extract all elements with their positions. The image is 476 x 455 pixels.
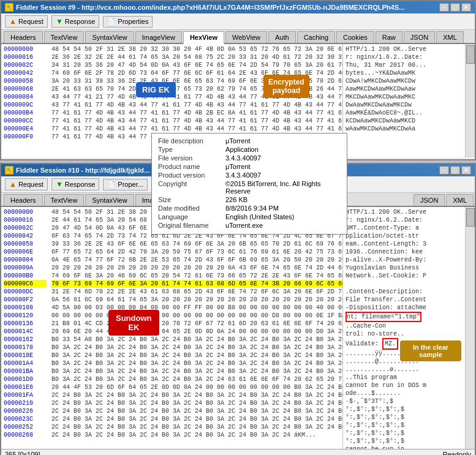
ascii-line: ode....$....... [346, 389, 463, 397]
tab-raw-1[interactable]: Raw [376, 31, 402, 43]
minimize-btn-1[interactable]: ─ [439, 3, 449, 12]
properties-icon-2: 📄 [107, 181, 116, 189]
maximize-btn-1[interactable]: □ [450, 3, 460, 12]
tab-cookies-1[interactable]: Cookies [336, 31, 374, 43]
hex-line: 000001BAB0 3A 2C 24 B0 3A 2C 24 B0 3A 2C… [4, 367, 340, 375]
status-bar: 265 [0x109] Readonly [1, 449, 475, 455]
ascii-line: ........ÿÿ..... [346, 350, 463, 358]
scrollbar-thumb-1[interactable] [466, 45, 475, 64]
tab-auth-1[interactable]: Auth [268, 31, 296, 43]
hex-line: 000001A4B0 3A 2C 24 B0 3A 2C 24 B0 3A 2C… [4, 359, 340, 367]
ascii-line: ........@........... [346, 358, 463, 366]
properties-label-1: Properties [118, 18, 148, 25]
tab-syntaxview-1[interactable]: SyntaxView [85, 31, 134, 43]
ascii-line: HTTP/1.1 200 OK..Serve [346, 208, 463, 216]
tab-xml-1[interactable]: XML [436, 31, 464, 43]
hex-content-2: 0000000048 54 54 50 2F 31 2E 38 20 32 30… [1, 207, 475, 449]
title-bar-2: 🔧 Fiddler Session #10 - http://fdjgdlkfj… [1, 164, 475, 176]
hex-line: 000000E477 41 61 77 4D 4B 43 44 77 41 61… [4, 125, 340, 133]
hex-line: 000000840A 4E 65 74 77 6F 72 6B 2E 2E 53… [4, 256, 340, 264]
ascii-line: Thu, 31 Mar 2017 00... [346, 61, 463, 69]
hex-line: 000000B477 41 61 77 4D 4B 43 44 77 41 61… [4, 109, 340, 117]
tab-imageview-2[interactable]: ImageVie... [135, 194, 183, 206]
properties-label-2: Proper... [118, 181, 143, 188]
tab-headers-2[interactable]: Headers [4, 194, 43, 206]
hex-line: 000002102C 24 B0 3A 2C 24 B0 3A 2C 24 B0… [4, 399, 340, 407]
window-title-1: Fiddler Session #9 - http://vcx.mhooo.co… [16, 4, 404, 11]
upload-icon-2: ▲ [9, 180, 17, 189]
tab-caching-1[interactable]: Caching [297, 31, 335, 43]
tab-json-2[interactable]: JSON [414, 194, 445, 206]
request-btn-2[interactable]: ▲ Request [5, 178, 48, 190]
request-label-2: Request [18, 181, 43, 188]
ascii-line: Network..Set-Cookie: P [346, 272, 463, 280]
hex-line: 000000B074 69 6F 6E 3A 20 46 69 6C 65 20… [4, 272, 340, 280]
hex-bytes-area-2: 0000000048 54 54 50 2F 31 2E 38 20 32 30… [1, 207, 342, 449]
ascii-line: DwAawMKCDwAawMKCDw [346, 101, 463, 109]
win-controls-1[interactable]: ─ □ ✕ [439, 3, 471, 12]
ascii-line: ·$·,ˆ$°3T°:,$ [346, 397, 463, 405]
properties-icon-1: 📄 [107, 18, 116, 26]
status-mode: Readonly [443, 451, 471, 455]
ascii-line: MKCDwAawMKCDwAawMKC [346, 93, 463, 101]
ascii-line: ..Cache-Con [346, 322, 463, 330]
ascii-line: 1936..Connection: kee [346, 248, 463, 256]
hex-content-1: 0000000048 54 54 50 2F 31 2E 38 20 32 30… [1, 44, 475, 157]
ascii-line: Yugoslavian Business [346, 264, 463, 272]
tab-hexview-2[interactable]: HexView [184, 194, 225, 207]
ascii-line: r: nginx/1.6.2..Date: [346, 53, 463, 61]
tab-syntaxview-2[interactable]: SyntaxView [85, 194, 134, 206]
ascii-line: wAawMKCDwAawMKCDwAa [346, 125, 463, 133]
response-label-1: Response [65, 18, 96, 25]
scrollbar-1[interactable] [465, 44, 475, 157]
win-controls-2[interactable]: ─ □ ✕ [439, 166, 471, 175]
tab-xml-2[interactable]: XML [446, 194, 474, 206]
response-label-2: Response [65, 181, 96, 188]
hex-line: 000000682E 41 63 63 65 70 74 2D 52 61 6E… [4, 85, 340, 93]
scrollbar-thumb-2[interactable] [466, 208, 475, 227]
tabs-2: Headers TextView SyntaxView ImageVie... … [1, 193, 475, 207]
hex-line: 00000178B0 3A 2C 24 B0 3A 2C 24 B0 3A 2C… [4, 344, 340, 352]
ascii-line: KCDwAawMKCDwAawMKCD [346, 117, 463, 125]
ascii-line: -Disposition: attachme [346, 304, 463, 312]
response-btn-1[interactable]: ▼ Response [51, 15, 99, 28]
hex-line: 0000002C34 31 20 35 36 20 47 4D 54 0D 0A… [4, 61, 340, 69]
scrollbar-2[interactable] [465, 207, 475, 449]
tab-json-1[interactable]: JSON [404, 31, 435, 43]
response-btn-2[interactable]: ▼ Response [51, 178, 99, 190]
tab-textview-2[interactable]: TextView [44, 194, 85, 206]
properties-btn-2[interactable]: 📄 Proper... [103, 179, 148, 190]
hex-line: 000000162E 44 61 74 65 3A 20 54 68 75 2C… [4, 216, 340, 224]
toolbar-2: ▲ Request ▼ Response 📄 Proper... [1, 176, 475, 193]
minimize-btn-2[interactable]: ─ [439, 166, 449, 175]
ascii-line: Validate: MZ. [346, 338, 463, 350]
tab-textview-1[interactable]: TextView [44, 31, 85, 43]
maximize-btn-2[interactable]: □ [450, 166, 460, 175]
close-btn-2[interactable]: ✕ [461, 166, 471, 175]
status-position: 265 [0x109] [5, 451, 40, 455]
hex-line: 0000002C20 47 4D 54 0D 0A 43 6F 6E 74 65… [4, 224, 340, 232]
hex-line: 000000F20A 56 61 6C 69 64 61 74 65 3A 20… [4, 296, 340, 304]
hex-bytes-area-1: 0000000048 54 54 50 2F 31 2E 38 20 32 30… [1, 44, 342, 157]
ascii-line [346, 280, 463, 288]
hex-line: 0000018EB0 3A 2C 24 B0 3A 2C 24 B0 3A 2C… [4, 352, 340, 359]
hex-line: 000000C670 6F 73 69 74 69 6F 6E 3A 20 61… [4, 280, 340, 288]
tab-hexview-1[interactable]: HexView [183, 31, 224, 44]
ascii-area-2: HTTP/1.1 200 OK..Serve r: nginx/1.6.2..D… [342, 207, 465, 449]
hex-line: 0000012000 00 00 00 00 00 00 00 00 00 00… [4, 312, 340, 320]
ascii-line: HTTP/1.1 200 OK..Serve [346, 45, 463, 53]
hex-line: 0000000048 54 54 50 2F 31 2E 38 20 32 30… [4, 45, 340, 53]
tab-imageview-1[interactable]: ImageView [135, 31, 182, 43]
ascii-line: cannot be run in DOS m [346, 382, 463, 389]
close-btn-1[interactable]: ✕ [461, 3, 471, 12]
properties-btn-1[interactable]: 📄 Properties [103, 16, 153, 28]
title-bar-1: 🔧 Fiddler Session #9 - http://vcx.mhooo.… [1, 1, 475, 13]
hex-line: 000000583A 20 33 31 39 33 36 2E 2E 43 6F… [4, 77, 340, 85]
toolbar-1: ▲ Request ▼ Response 📄 Properties [1, 13, 475, 30]
ascii-line: °:,$°:,$°:,$°:,$ [346, 429, 463, 437]
hex-line: 000001084D 5A 90 00 03 00 00 00 04 00 00… [4, 304, 340, 312]
tab-webview-1[interactable]: WebView [225, 31, 267, 43]
request-btn-1[interactable]: ▲ Request [5, 15, 48, 28]
ascii-line: bytes...~YK&DwAawMK [346, 69, 463, 77]
tab-headers-1[interactable]: Headers [4, 31, 43, 43]
